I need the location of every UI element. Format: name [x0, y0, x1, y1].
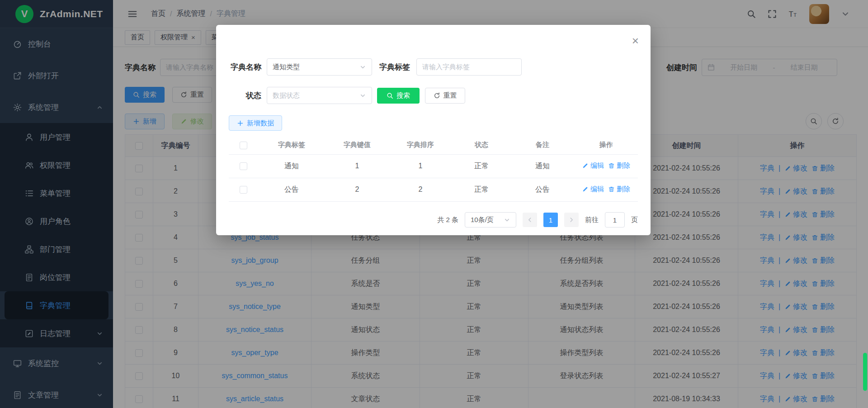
edit-link[interactable]: 编辑 — [582, 185, 604, 194]
row-checkbox[interactable] — [240, 186, 247, 194]
dict-data-header-row: 字典标签字典键值字典排序状态备注操作 — [229, 136, 638, 154]
edit-link[interactable]: 编辑 — [582, 161, 604, 170]
modal-col-0: 字典标签 — [258, 136, 326, 154]
page-size-select[interactable]: 10条/页 — [465, 212, 516, 228]
chevron-down-icon — [504, 217, 510, 223]
delete-link[interactable]: 删除 — [608, 161, 630, 170]
scrollbar-thumb[interactable] — [863, 353, 867, 391]
page-suffix: 页 — [631, 216, 638, 224]
modal-col-5: 操作 — [574, 136, 638, 154]
data-sort: 2 — [389, 178, 452, 201]
modal-search-button[interactable]: 搜索 — [377, 88, 420, 104]
next-page-button[interactable] — [564, 213, 579, 227]
row-checkbox[interactable] — [240, 162, 247, 170]
dict-data-table-body: 通知 1 1 正常 通知 编辑 删除 公告 2 2 正常 公告 编辑 删除 — [229, 154, 638, 201]
dict-data-row: 通知 1 1 正常 通知 编辑 删除 — [229, 154, 638, 178]
pagination-total: 共 2 条 — [437, 216, 458, 224]
modal-col-4: 备注 — [511, 136, 574, 154]
chevron-down-icon — [359, 64, 366, 71]
data-remark: 通知 — [511, 154, 574, 178]
goto-label: 前往 — [585, 216, 599, 224]
modal-search-label: 搜索 — [396, 91, 410, 100]
chevron-right-icon — [568, 217, 575, 223]
data-status: 正常 — [452, 154, 511, 178]
status-placeholder: 数据状态 — [273, 91, 300, 100]
status-select[interactable]: 数据状态 — [267, 87, 372, 104]
refresh-icon — [434, 92, 440, 99]
data-remark: 公告 — [511, 178, 574, 201]
modal-reset-label: 重置 — [443, 91, 457, 100]
modal-dict-name-label: 字典名称 — [229, 62, 261, 72]
dict-data-modal: × 字典名称 通知类型 字典标签 请输入字典标签 状态 数据状态 搜索 — [216, 25, 651, 235]
modal-dict-label-label: 字典标签 — [377, 62, 410, 72]
dict-data-row: 公告 2 2 正常 公告 编辑 删除 — [229, 178, 638, 201]
data-status: 正常 — [452, 178, 511, 201]
modal-col-2: 字典排序 — [389, 136, 452, 154]
add-data-button[interactable]: 新增数据 — [229, 115, 282, 131]
close-icon[interactable]: × — [632, 35, 639, 47]
data-sort: 1 — [389, 154, 452, 178]
add-data-label: 新增数据 — [247, 119, 274, 128]
chevron-left-icon — [527, 217, 533, 223]
trash-icon — [608, 186, 615, 193]
app-root: V ZrAdmin.NET 控制台 外部打开 系统管理 用户管理 权限管理 菜单… — [0, 0, 868, 408]
chevron-down-icon — [359, 92, 366, 99]
modal-reset-button[interactable]: 重置 — [425, 88, 465, 104]
modal-col-1: 字典键值 — [326, 136, 389, 154]
modal-status-label: 状态 — [229, 90, 261, 101]
select-all-checkbox[interactable] — [240, 142, 247, 149]
data-label: 通知 — [258, 154, 326, 178]
dict-data-table: 字典标签字典键值字典排序状态备注操作 通知 1 1 正常 通知 编辑 删除 公告… — [229, 136, 638, 202]
dict-label-input[interactable]: 请输入字典标签 — [416, 58, 522, 76]
delete-link[interactable]: 删除 — [608, 185, 630, 194]
trash-icon — [608, 162, 615, 169]
pencil-icon — [582, 162, 589, 169]
modal-form-row-1: 字典名称 通知类型 字典标签 请输入字典标签 — [229, 58, 522, 76]
page-size-value: 10条/页 — [471, 216, 494, 224]
search-icon — [387, 92, 393, 99]
data-value: 2 — [326, 178, 389, 201]
goto-page-input[interactable]: 1 — [605, 212, 625, 228]
data-label: 公告 — [258, 178, 326, 201]
pencil-icon — [582, 186, 589, 193]
dict-label-placeholder: 请输入字典标签 — [422, 63, 470, 71]
modal-col-3: 状态 — [452, 136, 511, 154]
dict-name-select[interactable]: 通知类型 — [267, 58, 372, 76]
pagination: 共 2 条 10条/页 1 前往 1 页 — [229, 211, 638, 228]
plus-icon — [237, 120, 244, 127]
modal-form-row-2: 状态 数据状态 搜索 重置 — [229, 87, 465, 104]
dict-data-table-head: 字典标签字典键值字典排序状态备注操作 — [229, 136, 638, 154]
current-page-button[interactable]: 1 — [543, 213, 558, 227]
data-value: 1 — [326, 154, 389, 178]
prev-page-button[interactable] — [523, 213, 537, 227]
dict-name-select-value: 通知类型 — [273, 63, 300, 71]
